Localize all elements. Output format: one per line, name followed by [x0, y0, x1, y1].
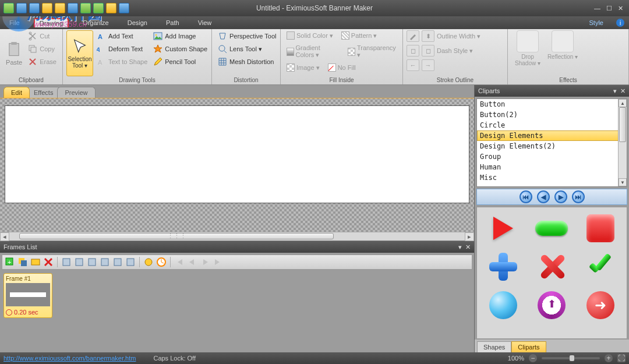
- gradient-button[interactable]: Gradient Colors ▾: [284, 43, 342, 60]
- list-item[interactable]: Misc: [477, 172, 627, 183]
- frame-op3-icon[interactable]: [87, 257, 97, 267]
- style-dropdown[interactable]: Style: [589, 19, 603, 26]
- cut-button[interactable]: Cut: [26, 30, 59, 42]
- list-item[interactable]: Button: [477, 99, 627, 109]
- qat-undo-icon[interactable]: [42, 3, 52, 13]
- frame-op1-icon[interactable]: [61, 257, 72, 267]
- qat-export-icon[interactable]: [68, 3, 78, 13]
- list-item[interactable]: Circle: [477, 120, 627, 130]
- list-item[interactable]: Human: [477, 162, 627, 172]
- image-fill-button[interactable]: Image ▾: [284, 62, 322, 73]
- mesh-distortion-button[interactable]: Mesh Distortion: [215, 56, 279, 68]
- import-frame-icon[interactable]: [30, 257, 41, 267]
- text-to-shape-button[interactable]: AText to Shape: [94, 56, 150, 68]
- frame-first-icon[interactable]: [174, 257, 185, 267]
- duplicate-frame-icon[interactable]: [17, 257, 28, 267]
- nav-last-button[interactable]: ⏭: [572, 190, 585, 203]
- clipart-purple-ring[interactable]: ⬆: [529, 288, 575, 323]
- qat-print-icon[interactable]: [80, 3, 91, 13]
- cap-button[interactable]: ◻: [407, 45, 419, 56]
- qat-save-icon[interactable]: [29, 3, 40, 13]
- zoom-out-button[interactable]: −: [529, 354, 537, 362]
- cliparts-menu-button[interactable]: ▾: [613, 87, 617, 95]
- reflection-button[interactable]: Reflection ▾: [546, 30, 579, 76]
- scroll-thumb[interactable]: ⋮⋮⋮: [19, 233, 334, 239]
- qat-help-icon[interactable]: [119, 3, 129, 13]
- zoom-slider[interactable]: [542, 357, 600, 359]
- clipart-red-arrow[interactable]: ➜: [578, 288, 623, 323]
- zoom-in-button[interactable]: +: [605, 354, 613, 362]
- menu-drawing[interactable]: Drawing: [34, 18, 69, 27]
- outline-width-dropdown[interactable]: Outline Width ▾: [437, 33, 480, 40]
- qat-open-icon[interactable]: [16, 3, 27, 13]
- tab-edit[interactable]: Edit: [3, 87, 30, 98]
- transparency-button[interactable]: Transparency ▾: [345, 43, 399, 60]
- frames-panel-menu-button[interactable]: ▾: [458, 243, 462, 251]
- frame-op4-icon[interactable]: [100, 257, 110, 267]
- frame-last-icon[interactable]: [213, 257, 223, 267]
- menu-path[interactable]: Path: [161, 18, 184, 27]
- tab-effects[interactable]: Effects: [26, 87, 61, 98]
- add-text-button[interactable]: AAdd Text: [94, 30, 150, 42]
- nav-first-button[interactable]: ⏮: [520, 190, 532, 203]
- nav-prev-button[interactable]: ◀: [537, 190, 550, 203]
- clipart-green-pill[interactable]: [529, 211, 575, 246]
- drop-shadow-button[interactable]: Drop Shadow ▾: [511, 30, 544, 76]
- join-button[interactable]: ◻: [422, 45, 434, 56]
- delete-frame-icon[interactable]: [43, 257, 54, 267]
- tab-cliparts[interactable]: Cliparts: [511, 341, 546, 352]
- cliparts-close-button[interactable]: ✕: [620, 87, 626, 95]
- cliparts-list-scrollbar[interactable]: ▲ ▼: [618, 99, 627, 186]
- scroll-down-button[interactable]: ▼: [619, 178, 627, 186]
- qat-redo-icon[interactable]: [55, 3, 65, 13]
- close-button[interactable]: ✕: [618, 5, 623, 12]
- qat-new-icon[interactable]: [3, 3, 14, 13]
- add-frame-icon[interactable]: +: [5, 257, 15, 267]
- scroll-left-button[interactable]: ◂: [0, 232, 9, 241]
- frame-settings-icon[interactable]: [143, 257, 154, 267]
- clipart-blue-plus[interactable]: [480, 249, 526, 284]
- perspective-tool-button[interactable]: Perspective Tool: [215, 30, 279, 42]
- no-fill-button[interactable]: No Fill: [326, 62, 358, 73]
- pattern-button[interactable]: Pattern ▾: [339, 30, 380, 41]
- erase-button[interactable]: Erase: [26, 56, 59, 68]
- deform-text-button[interactable]: ADeform Text: [94, 43, 150, 55]
- qat-cart-icon[interactable]: [106, 3, 116, 13]
- cliparts-category-list[interactable]: Button Button(2) Circle Design Elements …: [476, 98, 627, 187]
- menu-view[interactable]: View: [193, 18, 217, 27]
- frame-op5-icon[interactable]: [112, 257, 123, 267]
- dash-style-dropdown[interactable]: Dash Style ▾: [437, 47, 473, 55]
- frames-panel-close-button[interactable]: ✕: [465, 243, 471, 251]
- scroll-thumb[interactable]: [619, 107, 626, 142]
- list-item[interactable]: Design Elements: [477, 130, 627, 141]
- tab-shapes[interactable]: Shapes: [477, 341, 511, 352]
- stroke-style-button[interactable]: ⬍: [422, 30, 434, 42]
- scroll-up-button[interactable]: ▲: [619, 99, 627, 107]
- clipart-play[interactable]: [480, 211, 526, 246]
- frame-timer-icon[interactable]: [156, 257, 167, 267]
- menu-design[interactable]: Design: [123, 18, 152, 27]
- banner-canvas[interactable]: [5, 105, 469, 203]
- frame-card[interactable]: Frame #1 0.20 sec: [3, 273, 52, 318]
- arrow-start-button[interactable]: ←: [407, 59, 419, 71]
- status-link[interactable]: http://www.eximioussoft.com/bannermaker.…: [3, 355, 136, 362]
- copy-button[interactable]: Copy: [26, 43, 59, 55]
- horizontal-scrollbar[interactable]: ◂ ⋮⋮⋮ ▸: [0, 232, 474, 241]
- clipart-blue-sphere[interactable]: [480, 288, 526, 323]
- clipart-red-square[interactable]: [578, 211, 623, 246]
- frame-prev-icon[interactable]: [187, 257, 197, 267]
- minimize-button[interactable]: —: [594, 5, 600, 12]
- frame-next-icon[interactable]: [200, 257, 210, 267]
- add-image-button[interactable]: Add Image: [151, 30, 209, 42]
- frame-op6-icon[interactable]: [125, 257, 136, 267]
- tab-preview[interactable]: Preview: [57, 87, 95, 98]
- zoom-fit-button[interactable]: ⛶: [617, 354, 626, 362]
- custom-shape-button[interactable]: Custom Shape: [151, 43, 209, 55]
- qat-preview-icon[interactable]: [93, 3, 104, 13]
- nav-next-button[interactable]: ▶: [554, 190, 567, 203]
- list-item[interactable]: Button(2): [477, 109, 627, 120]
- help-icon[interactable]: i: [616, 19, 624, 27]
- solid-color-button[interactable]: Solid Color ▾: [284, 30, 335, 41]
- scroll-right-button[interactable]: ▸: [465, 232, 474, 241]
- clipart-green-check[interactable]: [578, 249, 623, 284]
